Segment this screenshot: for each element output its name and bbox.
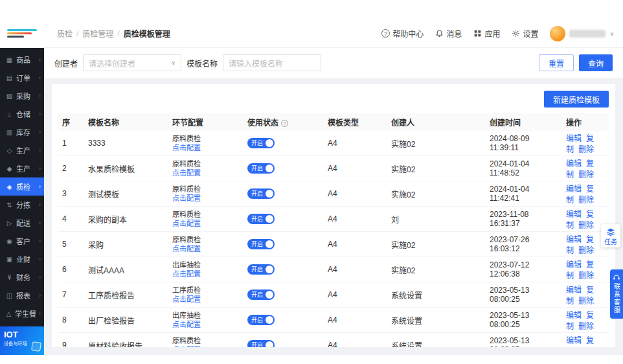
configure-link[interactable]: 点击配置 xyxy=(172,169,201,177)
settings-button[interactable]: 设置 xyxy=(512,28,538,39)
edit-link[interactable]: 编辑 xyxy=(566,185,582,194)
edit-link[interactable]: 编辑 xyxy=(566,159,582,168)
new-template-button[interactable]: 新建质检模板 xyxy=(544,91,609,108)
row-stage-cell: 原料质检 点击配置 xyxy=(168,232,244,257)
status-toggle[interactable]: 开启 xyxy=(247,138,275,148)
table-row: 5 采购 原料质检 点击配置 开启 A4 实施02 2023-07-26 16:… xyxy=(58,232,609,257)
row-template-name: 采购的副本 xyxy=(84,207,168,232)
sidebar-item-12-业财[interactable]: ▣ 业财 › xyxy=(0,250,44,268)
creator-filter-label: 创建者 xyxy=(54,58,78,69)
delete-link[interactable]: 删除 xyxy=(578,145,594,154)
chevron-right-icon: › xyxy=(39,274,41,280)
edit-link[interactable]: 编辑 xyxy=(566,286,582,295)
sidebar-item-14-报表[interactable]: ◫ 报表 › xyxy=(0,286,44,304)
sidebar-item-8-质检[interactable]: ◈ 质检 › xyxy=(0,177,44,196)
status-toggle[interactable]: 开启 xyxy=(247,290,275,300)
contact-service-tab[interactable]: 联系客服 xyxy=(610,269,623,319)
delete-link[interactable]: 删除 xyxy=(578,221,594,230)
row-template-name: 出厂检验报告 xyxy=(84,308,168,333)
sidebar-item-label: 学生餐 xyxy=(15,308,36,319)
edit-link[interactable]: 编辑 xyxy=(566,235,582,244)
apps-button[interactable]: 应用 xyxy=(473,28,500,39)
status-toggle[interactable]: 开启 xyxy=(247,214,275,224)
sidebar-item-1-商品[interactable]: ▦ 商品 › xyxy=(0,51,44,69)
row-template-name: 3333 xyxy=(84,131,168,156)
search-button[interactable]: 查询 xyxy=(579,54,613,71)
sidebar-item-11-客户[interactable]: ◉ 客户 › xyxy=(0,232,44,250)
configure-link[interactable]: 点击配置 xyxy=(172,220,201,228)
chevron-right-icon: › xyxy=(39,93,41,99)
messages-button[interactable]: 消息 xyxy=(435,28,462,39)
task-label: 任务 xyxy=(602,238,619,245)
sidebar-item-3-采购[interactable]: ▧ 采购 › xyxy=(0,87,44,105)
status-toggle[interactable]: 开启 xyxy=(247,340,275,347)
delete-link[interactable]: 删除 xyxy=(578,196,594,205)
goods-icon: ▦ xyxy=(5,56,14,63)
configure-link[interactable]: 点击配置 xyxy=(172,194,201,203)
configure-link[interactable]: 点击配置 xyxy=(172,346,201,348)
status-toggle[interactable]: 开启 xyxy=(247,163,275,174)
toggle-label: 开启 xyxy=(251,340,263,347)
row-created-time: 2023-07-12 12:06:38 xyxy=(486,257,562,282)
sidebar-item-13-财务[interactable]: ¥ 财务 › xyxy=(0,268,44,286)
breadcrumb-item-1[interactable]: 质检 xyxy=(57,28,73,39)
sidebar-item-9-分拣[interactable]: ⇅ 分拣 › xyxy=(0,196,44,214)
configure-link[interactable]: 点击配置 xyxy=(172,144,201,152)
table-row: 4 采购的副本 原料质检 点击配置 开启 A4 刘 2023-11-08 16:… xyxy=(58,207,609,232)
row-template-type: A4 xyxy=(324,257,387,282)
stage-name: 出库抽检 xyxy=(172,261,240,269)
delete-link[interactable]: 删除 xyxy=(578,297,594,306)
purchase-icon: ▧ xyxy=(5,93,14,100)
col-stage-config: 环节配置 xyxy=(168,113,244,131)
delete-link[interactable]: 删除 xyxy=(578,170,594,179)
configure-link[interactable]: 点击配置 xyxy=(172,270,201,279)
stage-name: 原料质检 xyxy=(172,185,240,194)
breadcrumb-item-2[interactable]: 质检管理 xyxy=(82,28,113,39)
toggle-label: 开启 xyxy=(251,315,263,325)
sidebar-item-7-生产[interactable]: ◆ 生产 › xyxy=(0,159,44,177)
task-float-button[interactable]: 任务 xyxy=(601,224,620,247)
sidebar-menu: ▦ 商品 › ▤ 订单 › ▧ 采购 › ⌂ 仓储 › ▥ 库存 › ◇ 生产 … xyxy=(0,48,44,326)
template-name-input[interactable]: 请输入模板名称 xyxy=(223,54,321,71)
user-menu[interactable]: ∨ xyxy=(550,26,614,41)
reset-button[interactable]: 重置 xyxy=(539,54,574,71)
edit-link[interactable]: 编辑 xyxy=(566,134,582,143)
sidebar-item-6-生产[interactable]: ◇ 生产 › xyxy=(0,141,44,159)
edit-link[interactable]: 编辑 xyxy=(566,260,582,269)
sidebar-item-10-配送[interactable]: ▷ 配送 › xyxy=(0,214,44,232)
sidebar-item-5-库存[interactable]: ▥ 库存 › xyxy=(0,123,44,141)
row-created-time: 2023-05-13 08:00:25 xyxy=(486,333,562,348)
status-toggle[interactable]: 开启 xyxy=(247,239,275,249)
sidebar-item-2-订单[interactable]: ▤ 订单 › xyxy=(0,69,44,87)
status-toggle[interactable]: 开启 xyxy=(247,264,275,275)
status-toggle[interactable]: 开启 xyxy=(247,315,275,325)
sidebar-iot[interactable]: IOT 设备与环境 xyxy=(0,326,44,355)
iot-title: IOT xyxy=(4,330,40,339)
configure-link[interactable]: 点击配置 xyxy=(172,245,201,253)
row-actions: 编辑复制删除 xyxy=(562,181,609,207)
toggle-knob xyxy=(266,240,273,248)
sidebar-item-label: 质检 xyxy=(16,181,36,192)
edit-link[interactable]: 编辑 xyxy=(566,311,582,320)
configure-link[interactable]: 点击配置 xyxy=(172,295,201,304)
row-stage-cell: 原料质检 点击配置 xyxy=(168,181,244,207)
creator-select[interactable]: 请选择创建者 ∨ xyxy=(83,54,181,71)
sidebar-item-15-学生餐[interactable]: △ 学生餐 › xyxy=(0,304,44,323)
help-center-button[interactable]: ? 帮助中心 xyxy=(381,28,424,39)
sidebar-item-4-仓储[interactable]: ⌂ 仓储 › xyxy=(0,105,44,123)
row-status-cell: 开启 xyxy=(244,308,324,333)
row-template-type: A4 xyxy=(324,232,387,257)
edit-link[interactable]: 编辑 xyxy=(566,336,582,345)
delete-link[interactable]: 删除 xyxy=(578,246,594,255)
configure-link[interactable]: 点击配置 xyxy=(172,321,201,329)
status-toggle[interactable]: 开启 xyxy=(247,188,275,199)
delete-link[interactable]: 删除 xyxy=(578,271,594,280)
settings-label: 设置 xyxy=(523,28,538,39)
info-icon: ? xyxy=(281,120,288,127)
row-creator: 实施02 xyxy=(387,156,486,181)
delete-link[interactable]: 删除 xyxy=(578,322,594,331)
table-row: 6 测试AAAA 出库抽检 点击配置 开启 A4 实施02 2023-07-12… xyxy=(58,257,609,282)
row-stage-cell: 原料质检 点击配置 xyxy=(168,131,244,156)
sidebar-item-label: 业财 xyxy=(16,254,36,264)
edit-link[interactable]: 编辑 xyxy=(566,210,582,219)
